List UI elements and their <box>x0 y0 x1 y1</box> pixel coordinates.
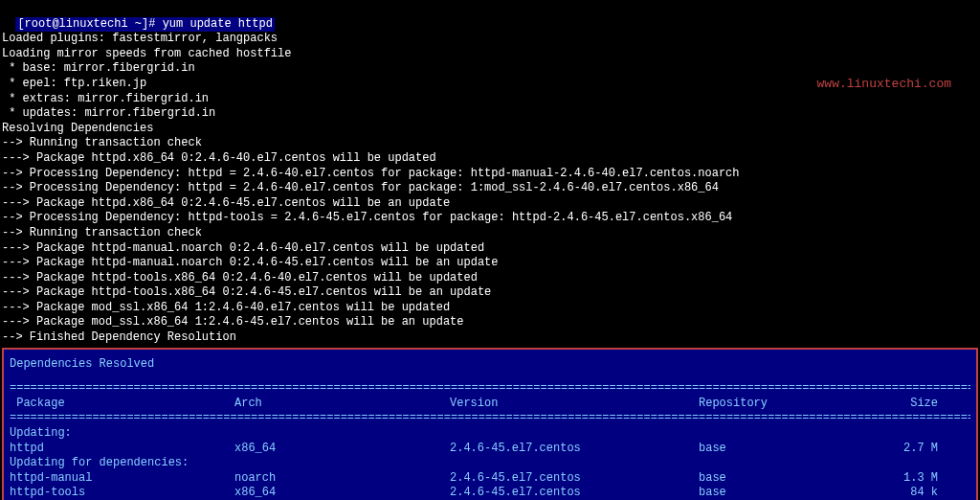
output-line: --> Processing Dependency: httpd = 2.4.6… <box>2 181 978 196</box>
cell-repo: base <box>699 442 880 457</box>
cell-version: 2.4.6-45.el7.centos <box>450 442 699 457</box>
watermark-text: www.linuxtechi.com <box>817 77 951 93</box>
cell-package: httpd-tools <box>10 486 234 500</box>
cell-arch: x86_64 <box>234 486 450 500</box>
output-line: Loading mirror speeds from cached hostfi… <box>2 47 978 62</box>
table-row: httpd-manualnoarch2.4.6-45.el7.centosbas… <box>10 471 970 487</box>
output-line: --> Processing Dependency: httpd-tools =… <box>2 211 978 226</box>
output-line: --> Finished Dependency Resolution <box>2 330 978 346</box>
cell-repo: base <box>699 471 880 487</box>
header-arch: Arch <box>234 397 450 412</box>
cell-repo: base <box>699 486 880 500</box>
output-line: ---> Package httpd.x86_64 0:2.4.6-40.el7… <box>2 151 978 167</box>
output-line: --> Processing Dependency: httpd = 2.4.6… <box>2 167 978 182</box>
output-line: ---> Package mod_ssl.x86_64 1:2.4.6-40.e… <box>2 301 978 316</box>
prompt-line: [root@linuxtechi ~]# yum update httpd <box>2 2 978 32</box>
table-divider-top: ========================================… <box>10 381 970 397</box>
header-repository: Repository <box>699 397 880 412</box>
prompt-command: yum update httpd <box>163 17 273 31</box>
output-line: * updates: mirror.fibergrid.in <box>2 106 978 122</box>
cell-arch: x86_64 <box>234 442 450 457</box>
table-row: httpd-toolsx86_642.4.6-45.el7.centosbase… <box>10 486 970 500</box>
output-line: ---> Package httpd-tools.x86_64 0:2.4.6-… <box>2 285 978 301</box>
cell-size: 2.7 M <box>880 442 938 457</box>
output-line: Resolving Dependencies <box>2 122 978 137</box>
output-line: Loaded plugins: fastestmirror, langpacks <box>2 32 978 47</box>
header-package: Package <box>10 397 234 412</box>
output-line: ---> Package mod_ssl.x86_64 1:2.4.6-45.e… <box>2 315 978 330</box>
output-line: * base: mirror.fibergrid.in <box>2 61 978 77</box>
output-line: ---> Package httpd-manual.noarch 0:2.4.6… <box>2 256 978 271</box>
cell-package: httpd-manual <box>10 471 234 487</box>
output-line: --> Running transaction check <box>2 136 978 151</box>
dependencies-resolved-box: Dependencies Resolved ==================… <box>2 348 978 500</box>
output-line: ---> Package httpd.x86_64 0:2.4.6-45.el7… <box>2 196 978 212</box>
header-version: Version <box>450 397 699 412</box>
section-title: Updating: <box>10 426 970 442</box>
cell-size: 1.3 M <box>880 471 938 487</box>
deps-resolved-header: Dependencies Resolved <box>10 357 970 373</box>
output-line: * extras: mirror.fibergrid.in <box>2 92 978 107</box>
header-size: Size <box>880 397 938 412</box>
cell-version: 2.4.6-45.el7.centos <box>450 471 699 487</box>
prompt-userhost: [root@linuxtechi ~]# <box>17 17 155 31</box>
table-divider-mid: ========================================… <box>10 411 970 426</box>
table-body: Updating: httpdx86_642.4.6-45.el7.centos… <box>10 426 970 500</box>
cell-package: httpd <box>10 442 234 457</box>
table-row: httpdx86_642.4.6-45.el7.centosbase2.7 M <box>10 442 970 457</box>
cell-arch: noarch <box>234 471 450 487</box>
cell-size: 84 k <box>880 486 938 500</box>
output-line: ---> Package httpd-tools.x86_64 0:2.4.6-… <box>2 271 978 286</box>
table-header-row: Package Arch Version Repository Size <box>10 397 970 412</box>
section-title: Updating for dependencies: <box>10 456 970 471</box>
output-line: --> Running transaction check <box>2 226 978 241</box>
output-line: ---> Package httpd-manual.noarch 0:2.4.6… <box>2 241 978 257</box>
cell-version: 2.4.6-45.el7.centos <box>450 486 699 500</box>
